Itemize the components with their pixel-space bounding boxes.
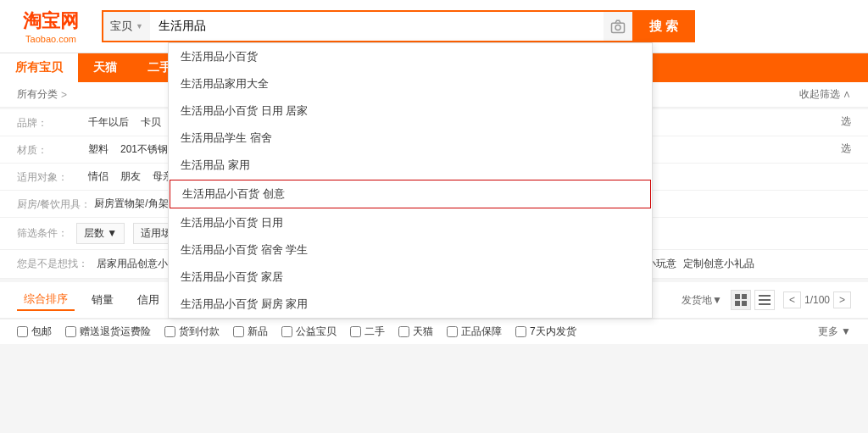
checkbox-input-赠送退货运费险[interactable]	[65, 326, 76, 337]
search-wrapper: 宝贝 ▼ 搜 索 生活用品小百货生活用品家用大全生活用品小百货 日用 居家生活用…	[102, 10, 695, 42]
filter-label-static: 筛选条件：	[17, 226, 68, 241]
collapse-filter[interactable]: 收起筛选 ∧	[799, 87, 851, 102]
svg-rect-5	[742, 301, 747, 306]
checkbox-新品[interactable]: 新品	[233, 325, 268, 339]
checkbox-label-新品: 新品	[248, 325, 268, 339]
breadcrumb: 所有分类	[17, 87, 58, 102]
kitchen-label: 厨房/餐饮用具：	[17, 196, 91, 212]
checkbox-label-公益宝贝: 公益宝贝	[296, 325, 337, 339]
checkbox-公益宝贝[interactable]: 公益宝贝	[281, 325, 337, 339]
checkbox-input-公益宝贝[interactable]	[281, 326, 292, 337]
category-label: 宝贝	[110, 19, 132, 34]
checkbox-label-7天内发货: 7天内发货	[530, 325, 576, 339]
header: 淘宝网 Taobao.com 宝贝 ▼ 搜 索 生活用品小百货生活用品家用大全生…	[0, 0, 868, 53]
checkbox-input-二手[interactable]	[350, 326, 361, 337]
autocomplete-item[interactable]: 生活用品小百货 日用 居家	[169, 97, 652, 125]
nav-item-所有宝贝[interactable]: 所有宝贝	[0, 53, 78, 82]
svg-rect-7	[759, 299, 771, 301]
adv-filter-层数[interactable]: 层数 ▼	[76, 223, 125, 244]
autocomplete-item[interactable]: 生活用品小百货	[169, 43, 652, 70]
logo-bottom: Taobao.com	[25, 34, 76, 44]
autocomplete-item[interactable]: 生活用品家用大全	[169, 70, 652, 97]
search-input[interactable]	[150, 10, 604, 42]
target-label: 适用对象：	[17, 169, 85, 185]
checkbox-input-新品[interactable]	[233, 326, 244, 337]
autocomplete-item[interactable]: 生活用品小百货 日用	[169, 209, 652, 236]
svg-rect-2	[735, 294, 740, 299]
autocomplete-item[interactable]: 生活用品小百货 创意	[170, 180, 651, 208]
sort-item-销量[interactable]: 销量	[85, 290, 120, 310]
search-area: 宝贝 ▼ 搜 索 生活用品小百货生活用品家用大全生活用品小百货 日用 居家生活用…	[102, 10, 695, 42]
checkbox-label-天猫: 天猫	[413, 325, 433, 339]
brand-more[interactable]: 选	[841, 114, 851, 129]
brand-value[interactable]: 卡贝	[137, 114, 164, 130]
checkbox-正品保障[interactable]: 正品保障	[447, 325, 502, 339]
material-value[interactable]: 塑料	[85, 142, 112, 158]
svg-rect-4	[735, 301, 740, 306]
brand-value[interactable]: 千年以后	[85, 114, 132, 130]
view-toggle	[731, 290, 775, 310]
logo-top: 淘宝网	[23, 8, 79, 34]
material-value[interactable]: 201不锈钢	[117, 142, 171, 158]
search-button[interactable]: 搜 索	[632, 10, 695, 42]
checkbox-label-二手: 二手	[364, 325, 385, 339]
checkbox-input-正品保障[interactable]	[447, 326, 458, 337]
material-more[interactable]: 选	[841, 142, 851, 156]
sort-item-综合排序[interactable]: 综合排序	[17, 289, 75, 311]
checkbox-label-包邮: 包邮	[31, 325, 52, 339]
category-chevron: ▼	[136, 22, 143, 31]
checkbox-包邮[interactable]: 包邮	[17, 325, 52, 339]
grid-view-button[interactable]	[731, 290, 751, 310]
pagination-mini: < 1/100 >	[783, 291, 851, 308]
autocomplete-item[interactable]: 生活用品小百货 厨房 家用	[169, 291, 652, 318]
material-label: 材质：	[17, 142, 85, 158]
checkbox-天猫[interactable]: 天猫	[398, 325, 433, 339]
target-value[interactable]: 情侣	[85, 169, 112, 185]
autocomplete-item[interactable]: 生活用品小百货 家居	[169, 264, 652, 291]
checkbox-input-7天内发货[interactable]	[515, 326, 526, 337]
prev-page-button[interactable]: <	[783, 291, 801, 308]
checkbox-input-货到付款[interactable]	[164, 326, 175, 337]
logo: 淘宝网 Taobao.com	[17, 8, 85, 44]
checkbox-input-天猫[interactable]	[398, 326, 409, 337]
next-page-button[interactable]: >	[833, 291, 851, 308]
checkbox-label-赠送退货运费险: 赠送退货运费险	[80, 325, 151, 339]
checkbox-货到付款[interactable]: 货到付款	[164, 325, 220, 339]
search-category-select[interactable]: 宝贝 ▼	[102, 10, 150, 42]
autocomplete-item[interactable]: 生活用品小百货 宿舍 学生	[169, 236, 652, 264]
checkbox-label-货到付款: 货到付款	[179, 325, 220, 339]
more-filters-button[interactable]: 更多 ▼	[818, 325, 851, 339]
checkbox-label-正品保障: 正品保障	[461, 325, 502, 339]
kitchen-value[interactable]: 厨房置物架/角架	[91, 196, 171, 212]
checkbox-二手[interactable]: 二手	[350, 325, 385, 339]
camera-button[interactable]	[604, 10, 632, 42]
sort-right: 发货地▼ < 1/100 >	[682, 290, 851, 310]
svg-point-1	[615, 25, 620, 31]
autocomplete-item[interactable]: 生活用品学生 宿舍	[169, 125, 652, 152]
svg-rect-8	[759, 303, 771, 305]
brand-label: 品牌：	[17, 114, 85, 130]
nav-item-天猫[interactable]: 天猫	[78, 53, 132, 82]
autocomplete-dropdown: 生活用品小百货生活用品家用大全生活用品小百货 日用 居家生活用品学生 宿舍生活用…	[168, 42, 653, 319]
svg-rect-6	[759, 295, 771, 297]
checkbox-input-包邮[interactable]	[17, 326, 28, 337]
svg-rect-3	[742, 294, 747, 299]
sort-item-信用[interactable]: 信用	[131, 290, 166, 310]
related-tag[interactable]: 定制创意小礼品	[683, 257, 754, 271]
list-view-button[interactable]	[754, 290, 775, 310]
checkbox-7天内发货[interactable]: 7天内发货	[515, 325, 576, 339]
location-select[interactable]: 发货地▼	[682, 293, 722, 308]
bottom-filter-row: 包邮赠送退货运费险货到付款新品公益宝贝二手天猫正品保障7天内发货更多 ▼	[0, 319, 868, 344]
checkbox-赠送退货运费险[interactable]: 赠送退货运费险	[65, 325, 151, 339]
related-label: 您是不是想找：	[17, 257, 88, 271]
page-info: 1/100	[804, 294, 830, 306]
breadcrumb-arrow: >	[61, 89, 67, 101]
autocomplete-item[interactable]: 生活用品 家用	[169, 152, 652, 179]
target-value[interactable]: 朋友	[117, 169, 144, 185]
